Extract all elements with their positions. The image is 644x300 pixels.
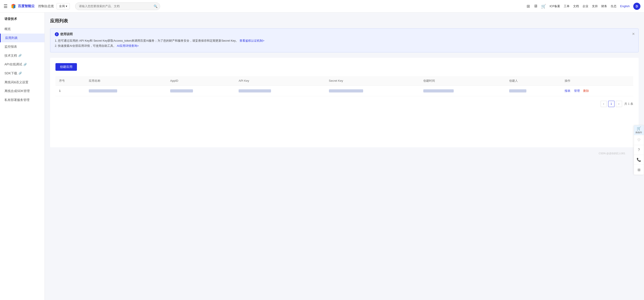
sidebar-label-sdk-download: SDK下载 — [4, 71, 17, 76]
nav-docs-btn[interactable]: 文档 — [573, 4, 579, 8]
action-report-link[interactable]: 报表 — [564, 89, 570, 93]
external-link-icon-2: 🔗 — [24, 63, 27, 67]
nav-enterprise-btn[interactable]: 企业 — [582, 4, 588, 8]
sidebar-label-offline-sdk: 离线合成SDK管理 — [4, 89, 30, 93]
nav-right: ⊞ 🖥 🛒 ICP备案 工单 文档 企业 支持 财务 生态 English D — [526, 3, 640, 10]
cell-created-at: ████████████████ — [420, 86, 506, 96]
sidebar-item-offline-lexicon[interactable]: 离线词&语义设置 — [0, 78, 44, 87]
sidebar: 语音技术 概览 应用列表 监控报表 技术文档 🔗 API在线调试 🔗 SDK下载… — [0, 13, 45, 300]
float-bar-help[interactable]: ? — [634, 145, 644, 155]
right-float-bar: 🛒 购物车 ♡ ? 📞 ⊞ — [634, 125, 644, 175]
float-bar-phone[interactable]: 📞 — [634, 155, 644, 165]
creator-value: █████████ — [509, 89, 526, 93]
cell-creator: █████████ — [506, 86, 561, 96]
cell-app-name: ███████████████ — [85, 86, 166, 96]
col-creator: 创建人 — [506, 76, 561, 86]
nav-finance-btn[interactable]: 财务 — [601, 4, 607, 8]
sidebar-label-monitor: 监控报表 — [4, 45, 17, 49]
float-bar-cart[interactable]: 🛒 购物车 — [634, 125, 644, 135]
sidebar-item-docs[interactable]: 技术文档 🔗 — [0, 51, 44, 60]
cart-icon[interactable]: 🛒 — [541, 4, 546, 9]
notice-line2-link[interactable]: AI应用详情查询> — [117, 44, 139, 48]
pagination: ‹ 1 › 共 1 条 — [56, 101, 633, 107]
pagination-total: 共 1 条 — [624, 102, 633, 106]
sidebar-label-app-list: 应用列表 — [5, 36, 18, 40]
language-toggle[interactable]: English — [620, 5, 630, 8]
search-input[interactable] — [75, 3, 160, 10]
notice-line1-text: 1. 您可通过应用的 API Key和 Secret Key获取Access_t… — [55, 39, 238, 42]
sidebar-item-monitor[interactable]: 监控报表 — [0, 42, 44, 51]
sidebar-item-private-deploy[interactable]: 私有部署服务管理 — [0, 96, 44, 105]
sidebar-item-app-list[interactable]: 应用列表 — [0, 34, 44, 43]
col-api-key: API Key — [235, 76, 325, 86]
scope-selector[interactable]: 全局 ▾ — [56, 3, 70, 10]
secret-key-value: ██████████████████ — [329, 89, 363, 93]
notice-close-button[interactable]: ✕ — [632, 32, 635, 36]
float-bar-grid[interactable]: ⊞ — [634, 165, 644, 175]
api-key-value: █████████████████ — [238, 89, 271, 93]
create-app-button[interactable]: 创建应用 — [56, 63, 77, 71]
search-icon: 🔍 — [154, 5, 158, 8]
search-bar: 🔍 — [75, 3, 160, 10]
sidebar-label-overview: 概览 — [4, 27, 11, 31]
external-link-icon: 🔗 — [18, 54, 22, 58]
pagination-page-1-button[interactable]: 1 — [608, 101, 614, 107]
heart-icon: ♡ — [637, 138, 640, 142]
notice-title-text: 使用说明 — [60, 32, 73, 36]
sidebar-label-api-debug: API在线调试 — [4, 62, 22, 67]
main-content: 应用列表 i 使用说明 1. 您可通过应用的 API Key和 Secret K… — [45, 13, 644, 300]
notice-content: 1. 您可通过应用的 API Key和 Secret Key获取Access_t… — [55, 38, 634, 49]
help-icon: ? — [638, 148, 640, 152]
notice-line2-text: 2. 快速搜索AI全部应用详情，可使用自助工具。 — [55, 44, 116, 48]
col-actions: 操作 — [561, 76, 633, 86]
footer-text: CSDN @进你的巨人001 — [50, 152, 639, 155]
nav-icp-btn[interactable]: ICP备案 — [550, 4, 560, 8]
logo-icon — [10, 3, 16, 10]
notice-line1: 1. 您可通过应用的 API Key和 Secret Key获取Access_t… — [55, 38, 634, 43]
main-layout: 语音技术 概览 应用列表 监控报表 技术文档 🔗 API在线调试 🔗 SDK下载… — [0, 13, 644, 300]
col-index: 序号 — [56, 76, 85, 86]
top-navigation: ☰ 百度智能云 控制台总览 全局 ▾ 🔍 ⊞ 🖥 🛒 ICP备案 工单 文档 企… — [0, 0, 644, 13]
col-app-name: 应用名称 — [85, 76, 166, 86]
notice-line1-link[interactable]: 查看鉴权认证机制> — [240, 39, 264, 42]
sidebar-item-api-debug[interactable]: API在线调试 🔗 — [0, 60, 44, 69]
app-name-value: ███████████████ — [89, 89, 118, 93]
col-secret-key: Secret Key — [325, 76, 420, 86]
sidebar-item-overview[interactable]: 概览 — [0, 25, 44, 34]
external-link-icon-3: 🔗 — [18, 71, 22, 75]
cell-index: 1 — [56, 86, 85, 96]
sidebar-label-docs: 技术文档 — [4, 54, 17, 58]
control-label: 控制台总览 — [38, 4, 54, 8]
nav-support-btn[interactable]: 支持 — [592, 4, 598, 8]
menu-icon[interactable]: ☰ — [4, 4, 8, 9]
chevron-down-icon: ▾ — [66, 5, 67, 8]
cell-actions: 报表 管理 删除 — [561, 86, 633, 96]
float-bar-favorite[interactable]: ♡ — [634, 135, 644, 145]
scope-label: 全局 — [59, 4, 65, 8]
nav-ticket-btn[interactable]: 工单 — [564, 4, 570, 8]
apps-grid-icon[interactable]: ⊞ — [526, 4, 530, 9]
phone-icon: 📞 — [636, 158, 641, 162]
cart-float-icon: 🛒 — [636, 126, 641, 131]
action-manage-link[interactable]: 管理 — [574, 89, 580, 93]
pagination-prev-button[interactable]: ‹ — [600, 101, 607, 107]
table-header-row: 序号 应用名称 AppID API Key Secret Key 创建时间 创建… — [56, 76, 633, 86]
content-card: 创建应用 序号 应用名称 AppID API Key Secret Key 创建… — [50, 58, 639, 147]
pagination-next-button[interactable]: › — [616, 101, 622, 107]
action-delete-link[interactable]: 删除 — [583, 89, 589, 93]
logo-text: 百度智能云 — [18, 4, 35, 8]
info-icon: i — [55, 32, 59, 36]
avatar[interactable]: D — [633, 3, 640, 10]
notice-line2: 2. 快速搜索AI全部应用详情，可使用自助工具。 AI应用详情查询> — [55, 43, 634, 48]
sidebar-item-sdk-download[interactable]: SDK下载 🔗 — [0, 69, 44, 78]
cell-appid: ████████████ — [166, 86, 235, 96]
cart-float-label: 购物车 — [636, 131, 642, 134]
created-at-value: ████████████████ — [423, 89, 454, 93]
monitor-icon[interactable]: 🖥 — [534, 4, 538, 9]
nav-ecosystem-btn[interactable]: 生态 — [611, 4, 616, 8]
sidebar-label-private-deploy: 私有部署服务管理 — [4, 98, 30, 102]
sidebar-item-offline-sdk[interactable]: 离线合成SDK管理 — [0, 87, 44, 96]
col-appid: AppID — [166, 76, 235, 86]
app-table: 序号 应用名称 AppID API Key Secret Key 创建时间 创建… — [56, 76, 633, 96]
col-created-at: 创建时间 — [420, 76, 506, 86]
